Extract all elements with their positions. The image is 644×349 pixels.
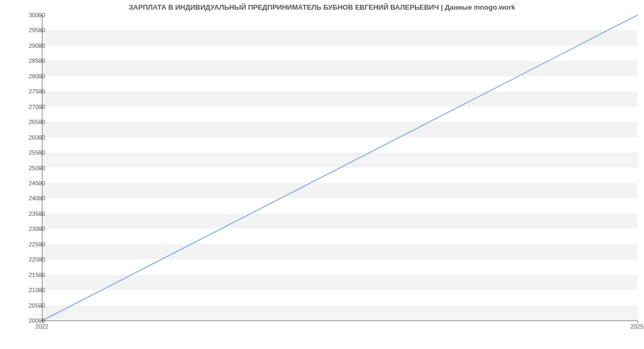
line-series (42, 15, 638, 321)
y-tick-label: 25000 (13, 165, 45, 171)
y-tick-label: 20500 (13, 302, 45, 309)
series-line (42, 15, 638, 321)
y-tick-label: 25500 (13, 149, 45, 156)
y-tick-label: 28500 (13, 57, 45, 64)
y-tick-label: 27500 (13, 88, 45, 94)
y-tick-label: 24000 (13, 195, 45, 201)
y-tick-label: 26000 (13, 134, 45, 141)
y-tick-label: 29500 (13, 27, 45, 33)
x-tick-label: 2022 (35, 323, 48, 330)
y-tick-label: 29000 (13, 42, 45, 49)
y-tick-label: 21000 (13, 287, 45, 293)
chart-container: ЗАРПЛАТА В ИНДИВИДУАЛЬНЫЙ ПРЕДПРИНИМАТЕЛ… (0, 0, 644, 349)
x-tick-label: 2025 (631, 323, 643, 330)
y-tick-label: 23500 (13, 210, 45, 217)
y-tick-label: 27000 (13, 104, 45, 110)
y-tick-label: 28000 (13, 73, 45, 79)
y-tick-label: 22000 (13, 256, 45, 263)
chart-title: ЗАРПЛАТА В ИНДИВИДУАЛЬНЫЙ ПРЕДПРИНИМАТЕЛ… (0, 3, 644, 11)
y-tick-label: 22500 (13, 241, 45, 248)
y-tick-label: 23000 (13, 226, 45, 232)
y-tick-label: 21500 (13, 272, 45, 278)
y-tick-label: 30000 (13, 12, 45, 18)
plot-area (42, 15, 638, 321)
y-tick-label: 24500 (13, 180, 45, 186)
y-tick-label: 26500 (13, 119, 45, 125)
